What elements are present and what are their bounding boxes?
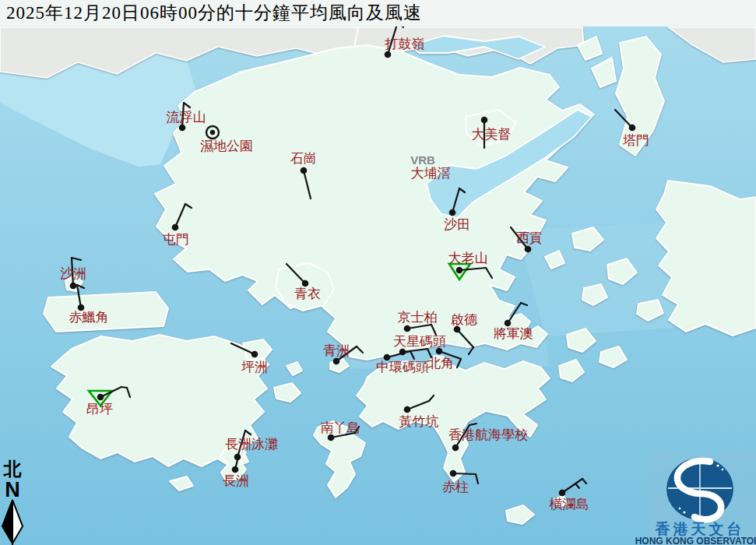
station-label: 赤鱲角 [69, 310, 109, 325]
station-dot [525, 246, 532, 253]
station-label: 長洲 [223, 473, 249, 488]
station-dot [449, 209, 456, 216]
station-label: 石崗 [290, 151, 317, 166]
north-cjk-label: 北 [3, 459, 22, 479]
station-dot [333, 358, 340, 365]
logo-dither-dot [716, 464, 719, 466]
station-label: 大美督 [472, 127, 512, 142]
station-dot [172, 224, 179, 231]
station-label: 北角 [427, 356, 454, 371]
station-dot [481, 117, 488, 124]
station-label: 南丫島 [321, 420, 360, 435]
station-label: 赤柱 [442, 480, 469, 494]
logo-dither-dot [679, 508, 681, 510]
station-dot [629, 125, 636, 132]
station-label: 屯門 [163, 232, 189, 247]
station-dot [404, 406, 411, 413]
station-label: 大老山 [448, 251, 488, 265]
station-label: 啟德 [451, 312, 478, 327]
wind-map-app: 打鼓嶺流浮山濕地公園石崗大美督塔門VRB大埔滘沙田西貢屯門大老山沙洲赤鱲角青衣京… [0, 0, 756, 545]
station-label: 流浮山 [167, 110, 206, 125]
station-label: 黃竹坑 [399, 414, 439, 429]
station-dot [404, 325, 411, 332]
map-title: 2025年12月20日06時00分的十分鐘平均風向及風速 [0, 0, 756, 26]
station-label: 中環碼頭 [376, 360, 429, 374]
logo-dither-dot [722, 469, 724, 471]
station-label: 大埔滘 [411, 166, 451, 181]
wind-barb [453, 473, 476, 474]
station-label: 橫瀾島 [550, 497, 589, 512]
station-label: 長洲泳灘 [225, 437, 278, 452]
north-n-label: N [5, 478, 20, 501]
station-label: 沙田 [444, 217, 470, 232]
station-dot [385, 51, 392, 58]
station-dot [452, 445, 459, 452]
station-label: 香港航海學校 [448, 427, 528, 442]
station-dot [251, 351, 258, 358]
logo-dither-dot [683, 511, 685, 513]
station-label: 青衣 [294, 287, 321, 301]
station-dot [559, 490, 566, 497]
logo-en-text: HONG KONG OBSERVATORY [635, 536, 756, 545]
station-label: 將軍澳 [494, 326, 533, 341]
station-label: 京士柏 [398, 310, 438, 325]
station-label: 打鼓嶺 [385, 37, 425, 51]
station-dot [456, 267, 463, 274]
station-label: 濕地公園 [200, 139, 253, 153]
station-dot [505, 320, 512, 327]
station-label: 昂坪 [86, 402, 113, 417]
station-dot [210, 130, 215, 135]
station-label: 青洲 [323, 343, 350, 358]
station-label: 塔門 [622, 133, 649, 148]
vrb-indicator: VRB [410, 153, 435, 167]
hong-kong-wind-map: 打鼓嶺流浮山濕地公園石崗大美督塔門VRB大埔滘沙田西貢屯門大老山沙洲赤鱲角青衣京… [0, 0, 756, 545]
station-dot [302, 280, 309, 287]
station-label: 西貢 [516, 230, 543, 245]
station-label: 沙洲 [60, 266, 86, 281]
station-label: 坪洲 [241, 360, 268, 374]
station-dot [232, 466, 239, 473]
station-dot [450, 470, 457, 477]
station-dot [70, 283, 77, 290]
station-dot [436, 348, 443, 355]
logo-cjk-text: 香港天文台 [655, 521, 745, 537]
station-dot [179, 125, 186, 132]
station-label: 天星碼頭 [393, 334, 446, 349]
station-dot [97, 394, 104, 401]
station-dot [301, 167, 308, 174]
hko-logo: 香港天文台 HONG KONG OBSERVATORY [635, 452, 756, 545]
